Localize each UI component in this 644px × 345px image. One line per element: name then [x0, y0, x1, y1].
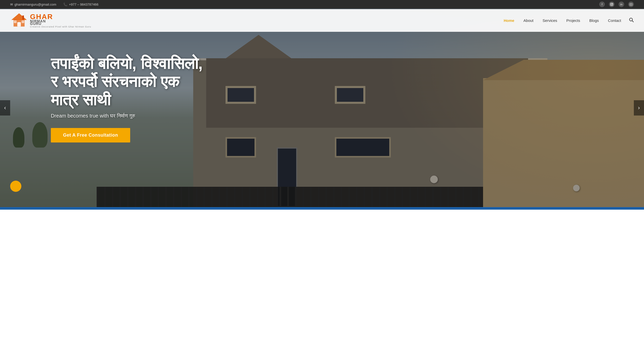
nav-contact[interactable]: Contact — [608, 18, 621, 23]
svg-rect-0 — [610, 3, 613, 6]
nav-projects-link[interactable]: Projects — [566, 18, 580, 23]
email-icon: ✉ — [10, 3, 13, 6]
scroll-indicator — [10, 181, 21, 192]
svg-rect-7 — [22, 16, 24, 20]
logo-text: GHAR NIRMAN GURU Creative Decorated Pixe… — [30, 13, 91, 28]
chevron-left-icon: ‹ — [4, 105, 6, 111]
linkedin-icon[interactable]: in — [619, 2, 624, 7]
nav-projects[interactable]: Projects — [566, 18, 580, 23]
nav-about[interactable]: About — [523, 18, 533, 23]
nav-home-link[interactable]: Home — [504, 18, 514, 23]
search-icon[interactable] — [629, 17, 634, 24]
youtube-icon[interactable] — [628, 2, 634, 7]
logo-icon — [10, 12, 28, 29]
svg-point-2 — [612, 4, 613, 4]
phone-link[interactable]: 📞 +977 – 9843787466 — [63, 3, 98, 6]
nav-services-link[interactable]: Services — [543, 18, 557, 23]
svg-marker-5 — [11, 13, 27, 20]
nav-links: Home About Services Projects Blogs Conta… — [504, 18, 621, 23]
logo-brand-name: GHAR NIRMAN GURU — [30, 13, 91, 25]
phone-icon: 📞 — [63, 3, 67, 6]
svg-rect-8 — [17, 22, 21, 26]
cta-button[interactable]: Get A Free Consultation — [51, 128, 130, 142]
nav-contact-link[interactable]: Contact — [608, 18, 621, 23]
hero-title: तपाईंको बलियो, विश्वासिलो, र भरपर्दो संर… — [51, 54, 203, 109]
logo-tagline: Creative Decorated Pixel with Ghar Nirma… — [30, 25, 91, 28]
svg-point-1 — [611, 4, 612, 5]
facebook-icon[interactable]: f — [599, 2, 605, 7]
topbar-contact: ✉ gharnirmanguru@gmail.com 📞 +977 – 9843… — [10, 3, 98, 6]
topbar: ✉ gharnirmanguru@gmail.com 📞 +977 – 9843… — [0, 0, 644, 9]
email-link[interactable]: ✉ gharnirmanguru@gmail.com — [10, 3, 56, 6]
navbar: GHAR NIRMAN GURU Creative Decorated Pixe… — [0, 9, 644, 32]
chevron-right-icon: › — [638, 105, 640, 111]
hero-subtitle: Dream becomes true with घर निर्माण गुरु — [51, 113, 203, 119]
hero-next-button[interactable]: › — [634, 100, 644, 116]
hero-section: ‹ तपाईंको बलियो, विश्वासिलो, र भरपर्दो स… — [0, 9, 644, 207]
phone-text: +977 – 9843787466 — [69, 3, 98, 6]
nav-services[interactable]: Services — [543, 18, 557, 23]
nav-blogs-link[interactable]: Blogs — [589, 18, 599, 23]
svg-marker-4 — [631, 4, 632, 5]
svg-line-16 — [632, 21, 633, 22]
bottom-accent-bar — [0, 207, 644, 210]
topbar-social: f in — [599, 2, 634, 7]
nav-blogs[interactable]: Blogs — [589, 18, 599, 23]
nav-about-link[interactable]: About — [523, 18, 533, 23]
email-text: gharnirmanguru@gmail.com — [14, 3, 56, 6]
logo[interactable]: GHAR NIRMAN GURU Creative Decorated Pixe… — [10, 12, 91, 29]
nav-home[interactable]: Home — [504, 18, 514, 23]
hero-prev-button[interactable]: ‹ — [0, 100, 10, 116]
instagram-icon[interactable] — [609, 2, 615, 7]
